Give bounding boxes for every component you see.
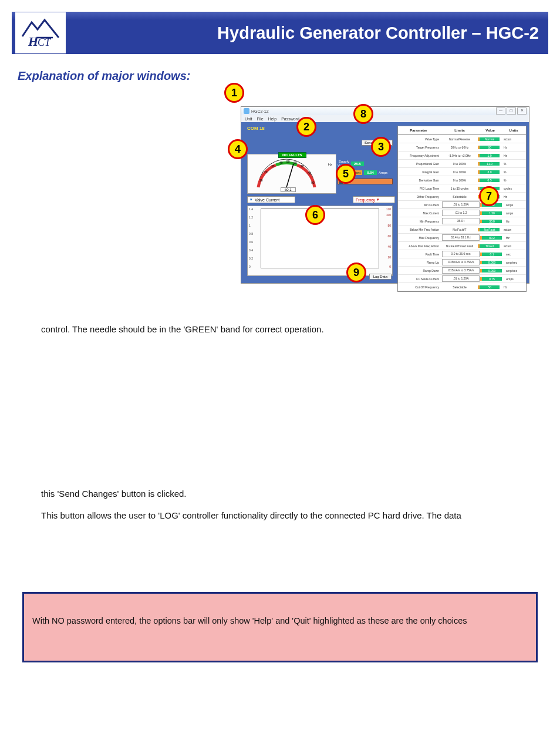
callout-9: 9	[346, 263, 366, 282]
cell-units: Hz	[502, 285, 524, 289]
body-paragraph-1: control. The needle should be in the 'GR…	[41, 324, 525, 335]
cell-value[interactable]: 1.20	[480, 211, 505, 215]
menu-help[interactable]: Help	[268, 117, 276, 121]
maximize-button[interactable]: ▢	[507, 107, 516, 115]
chart-yl-tick: 0.4	[249, 248, 253, 252]
cell-parameter: Max Current	[398, 211, 441, 215]
menu-file[interactable]: File	[257, 117, 263, 121]
cell-value[interactable]: 60	[478, 146, 502, 149]
minimize-button[interactable]: —	[496, 107, 505, 115]
table-row: CC Mode Current.01 to 1.20A0.75Amps	[398, 275, 526, 283]
cell-value[interactable]: 0.000	[480, 269, 505, 272]
cell-units: amps	[505, 211, 526, 215]
svg-text:60: 60	[294, 161, 297, 164]
cell-limits[interactable]: 35.0 t	[442, 218, 480, 224]
table-row: Ramp Up.015mA/s to 3.75A/s0.000amp/sec	[398, 258, 526, 267]
cell-units: Hz	[502, 195, 524, 198]
cell-value[interactable]: 11.0	[478, 162, 502, 166]
page-header: H C T Hydraulic Generator Controller – H…	[12, 12, 548, 54]
menu-password[interactable]: Password	[281, 117, 299, 121]
cell-value[interactable]: 80.2	[480, 236, 505, 240]
cell-value[interactable]: 1.0	[478, 154, 502, 157]
table-row: Frequency Adjustment-3.0Hz to +3.0Hz1.0H…	[398, 152, 526, 160]
cell-value[interactable]: Timed	[478, 244, 502, 248]
table-row: Valve TypeNormal/ReverseNormalaction	[398, 135, 526, 143]
cell-value[interactable]: 50	[478, 285, 502, 289]
close-button[interactable]: ✕	[517, 107, 527, 115]
table-row: Above Max Freq ActionNo Fault/Timed Faul…	[398, 242, 526, 250]
cell-units: Amps	[505, 277, 526, 281]
svg-text:10: 10	[259, 179, 263, 182]
cell-parameter: Valve Type	[398, 137, 441, 141]
cell-parameter: Dither Frequency	[398, 195, 441, 198]
svg-line-4	[286, 164, 294, 187]
cell-limits[interactable]: 0.0 to 25.0 sec	[442, 251, 480, 257]
cell-limits[interactable]: .01 to 1.20A	[442, 201, 480, 208]
gauge-value: 60.1	[281, 187, 296, 192]
cell-limits[interactable]: .01 to 1.20A	[442, 275, 480, 282]
window-titlebar: HGC2-12 — ▢ ✕	[241, 107, 529, 115]
cell-units: amp/sec	[505, 261, 526, 264]
right-axis-dropdown-label: Frequency	[356, 198, 375, 202]
annotated-screenshot: HGC2-12 — ▢ ✕ Unit File Help Password Qu…	[223, 89, 540, 288]
app-icon	[244, 108, 249, 114]
left-axis-dropdown-label: Valve Current	[255, 198, 279, 202]
cell-parameter: Ramp Up	[398, 261, 441, 264]
cell-value[interactable]: 0.000	[480, 261, 505, 264]
cell-value[interactable]: 3.0	[478, 170, 502, 174]
cell-parameter: Min Current	[398, 203, 441, 207]
cell-limits[interactable]: .015mA/s to 3.75A/s	[442, 259, 480, 265]
valve-current-unit: Amps	[379, 171, 387, 174]
table-row: Derivative Gain0 to 100%0.5%	[398, 176, 526, 184]
password-note-text: With NO password entered, the options ba…	[32, 616, 467, 625]
cell-units: Hz	[505, 220, 526, 223]
cell-limits[interactable]: .01 to 1.2	[442, 210, 480, 216]
table-row: Integral Gain0 to 100%3.0%	[398, 168, 526, 176]
cell-units: Hz	[502, 146, 524, 149]
cell-value[interactable]: 0.5	[478, 179, 502, 182]
cell-value[interactable]: Normal	[478, 137, 502, 141]
cell-limits: 0 to 100%	[441, 179, 478, 182]
menu-unit[interactable]: Unit	[245, 117, 252, 121]
left-axis-dropdown[interactable]: ▾Valve Current	[247, 196, 295, 203]
callout-3: 3	[371, 137, 391, 157]
svg-text:80: 80	[308, 171, 311, 175]
cell-limits[interactable]: 65.4 to 83.1 Hz	[442, 234, 480, 241]
chart-yr-tick: 60	[387, 234, 391, 238]
cell-value[interactable]: 30.0	[480, 220, 505, 223]
com-port-label: COM 18	[247, 126, 265, 131]
table-row: Below Min Freq ActionNo Fault/TNo Faulta…	[398, 226, 526, 234]
callout-5: 5	[336, 164, 356, 184]
col-units: Units	[502, 129, 524, 132]
col-parameter: Parameter	[398, 129, 441, 132]
log-data-button[interactable]: Log Data	[369, 274, 392, 280]
cell-units: action	[502, 137, 524, 141]
cell-value[interactable]: No Fault	[478, 228, 502, 231]
cell-parameter: Derivative Gain	[398, 179, 441, 182]
svg-text:40: 40	[279, 161, 283, 164]
chart-yl-tick: 0	[249, 265, 251, 268]
cell-limits: No Fault/T	[441, 228, 478, 231]
parameter-table: Parameter Limits Value Units Valve TypeN…	[397, 126, 527, 292]
chart-yr-tick: 0	[389, 265, 391, 268]
svg-text:90: 90	[311, 181, 315, 184]
cell-units: %	[502, 162, 524, 166]
table-row: Fault Time0.0 to 25.0 sec0.1sec	[398, 250, 526, 258]
cell-units: amps	[505, 203, 526, 207]
cell-limits[interactable]: .015mA/s to 3.75A/s	[442, 267, 480, 274]
right-axis-dropdown[interactable]: Frequency▾	[353, 196, 395, 203]
cell-parameter: Proportional Gain	[398, 162, 441, 166]
cell-units: %	[502, 179, 524, 182]
cell-limits: 1 to 35 cycles	[441, 187, 478, 190]
password-note-box: With NO password entered, the options ba…	[22, 592, 538, 662]
cell-parameter: Cut Off Frequency	[398, 285, 441, 289]
svg-text:0: 0	[256, 188, 258, 189]
cell-units: %	[502, 170, 524, 174]
cell-value[interactable]: 0.75	[480, 277, 505, 281]
cell-value[interactable]: 0.1	[480, 253, 505, 256]
cell-limits: Normal/Reverse	[441, 137, 478, 141]
chart-yr-tick: 100	[386, 213, 391, 217]
cell-units: cycles	[502, 187, 524, 190]
cell-parameter: Fault Time	[398, 253, 441, 256]
chart-yl-tick: 0.8	[249, 232, 253, 235]
